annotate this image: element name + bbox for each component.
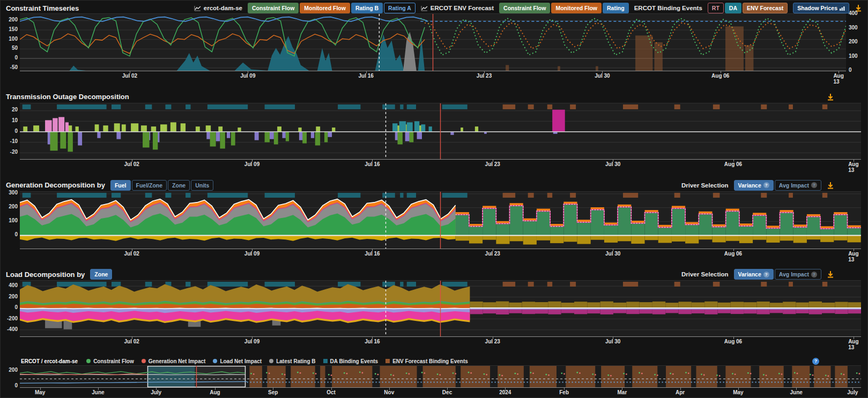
button-label: Variance xyxy=(738,271,761,277)
constraint-timeseries-chart[interactable] xyxy=(20,13,846,71)
button-label: Constraint Flow xyxy=(503,5,546,11)
y-tick-label: 200 xyxy=(9,294,18,300)
load-group-tabs: Zone xyxy=(90,269,112,280)
legend-item-da-binding-events[interactable]: DA Binding Events xyxy=(323,358,379,364)
series2-label: ERCOT ENV Forecast xyxy=(421,5,494,11)
y-tick-label: 200 xyxy=(9,17,18,23)
generation-decomposition-chart[interactable] xyxy=(20,191,861,249)
x-tick-label: Jul 30 xyxy=(595,73,610,79)
gen-by-fuel-button[interactable]: Fuel xyxy=(110,180,131,191)
da-events-button[interactable]: DA xyxy=(725,3,741,13)
env-rating-button[interactable]: Rating xyxy=(603,3,629,13)
legend-label: Load Net Impact xyxy=(220,358,262,364)
x-tick-label: Jul 23 xyxy=(485,251,500,257)
generation-y-axis: 3002001000 xyxy=(4,191,20,249)
x-tick-label: May xyxy=(35,389,45,395)
x-tick-label: Jul 23 xyxy=(485,161,500,167)
x-tick-label: 2024 xyxy=(499,389,511,395)
gen-driver-avg-impact-button[interactable]: Avg Impact? xyxy=(775,180,821,191)
y-tick-label: -200 xyxy=(7,316,18,322)
load-decomposition-chart[interactable] xyxy=(20,280,861,336)
x-tick-label: Aug 06 xyxy=(724,339,742,344)
line-chart-icon xyxy=(194,5,201,11)
gen-driver-variance-button[interactable]: Variance? xyxy=(734,180,774,191)
monitored-flow-button[interactable]: Monitored Flow xyxy=(300,3,350,13)
transmission-outage-chart[interactable] xyxy=(20,103,861,159)
x-tick-label: July xyxy=(151,389,161,395)
x-tick-label: May xyxy=(733,389,743,395)
rating-a-button[interactable]: Rating A xyxy=(384,3,416,13)
right-y-tick-label: 100 xyxy=(849,53,858,59)
y-tick-label: -50 xyxy=(10,64,18,71)
button-label: Variance xyxy=(738,182,761,189)
x-tick-label: June xyxy=(92,389,104,395)
x-tick-label: Aug 13 xyxy=(848,339,858,350)
overview-brush-chart[interactable] xyxy=(20,365,861,387)
y-tick-label: 50 xyxy=(12,45,18,51)
env-constraint-flow-button[interactable]: Constraint Flow xyxy=(499,3,550,13)
env-forecast-events-button[interactable]: ENV Forecast xyxy=(743,3,788,13)
x-tick-label: Feb xyxy=(559,389,569,395)
x-tick-label: Aug 06 xyxy=(711,73,729,79)
right-y-tick-label: 300 xyxy=(849,25,858,31)
button-label: Rating A xyxy=(388,5,411,11)
gen-by-fuel-zone-button[interactable]: Fuel/Zone xyxy=(132,180,167,191)
button-label: Avg Impact xyxy=(779,271,809,277)
help-icon: ? xyxy=(811,182,817,188)
legend-swatch xyxy=(323,359,328,363)
load-driver-variance-button[interactable]: Variance? xyxy=(734,269,774,280)
x-tick-label: Sep xyxy=(268,389,278,395)
series1-label: ercot-dam-se xyxy=(194,5,242,11)
driver-selection-label: Driver Selection xyxy=(681,271,729,277)
panel-constraint-timeseries: Constraint Timeseries ercot-dam-se Const… xyxy=(4,3,864,80)
generation-group-tabs: FuelFuel/ZoneZoneUnits xyxy=(110,180,214,191)
y-tick-label: -20 xyxy=(10,149,18,155)
x-tick-label: Jul 16 xyxy=(365,339,380,344)
load-by-zone-button[interactable]: Zone xyxy=(90,269,112,280)
x-tick-label: Jul 16 xyxy=(358,73,373,79)
legend-swatch xyxy=(269,359,273,363)
button-label: Fuel/Zone xyxy=(136,182,163,189)
download-icon[interactable] xyxy=(827,182,834,189)
section-title: Transmission Outage Decomposition xyxy=(6,93,129,101)
x-tick-label: Mar xyxy=(617,389,627,395)
transmission-outage-header: Transmission Outage Decomposition xyxy=(4,91,864,103)
x-tick-label: Jul 23 xyxy=(477,73,492,79)
gen-by-units-button[interactable]: Units xyxy=(191,180,213,191)
legend-item-env-forecast-binding-events[interactable]: ENV Forecast Binding Events xyxy=(385,358,468,364)
gen-by-zone-button[interactable]: Zone xyxy=(168,180,190,191)
right-y-tick-label: 0 xyxy=(849,67,852,73)
download-icon[interactable] xyxy=(827,271,834,278)
rt-events-button[interactable]: RT xyxy=(708,3,724,13)
help-icon: ? xyxy=(811,272,817,277)
y-tick-label: 20 xyxy=(12,107,18,113)
load-driver-avg-impact-button[interactable]: Avg Impact? xyxy=(775,269,821,280)
help-icon[interactable]: ? xyxy=(812,358,819,365)
button-label: Rating B xyxy=(355,5,379,11)
rating-b-button[interactable]: Rating B xyxy=(351,3,383,13)
outage-x-axis: Jul 02Jul 09Jul 16Jul 23Jul 30Aug 06Aug … xyxy=(20,159,861,168)
button-label: Zone xyxy=(172,182,186,189)
legend-item-constraint-flow[interactable]: Constraint Flow xyxy=(86,358,134,364)
series1-buttons: Constraint FlowMonitored FlowRating BRat… xyxy=(248,3,416,13)
x-tick-label: Jul 02 xyxy=(124,339,139,344)
page-title: Constraint Timeseries xyxy=(6,4,79,12)
legend-label: Constraint Flow xyxy=(93,358,134,364)
help-icon: ? xyxy=(763,182,769,188)
shadow-prices-button[interactable]: Shadow Prices xyxy=(793,3,849,13)
x-tick-label: Aug 13 xyxy=(848,251,858,262)
y-tick-label: 200 xyxy=(9,204,18,210)
y-tick-label: 0 xyxy=(14,231,18,238)
x-tick-label: Jul 30 xyxy=(605,339,620,344)
panel-load-decomposition: Load Decomposition by Zone Driver Select… xyxy=(4,268,864,346)
legend-item-load-net-impact[interactable]: Load Net Impact xyxy=(213,358,262,364)
legend-item-generation-net-impact[interactable]: Generation Net Impact xyxy=(142,358,206,364)
constraint-flow-button[interactable]: Constraint Flow xyxy=(248,3,299,13)
y-tick-label: 300 xyxy=(9,190,18,196)
x-tick-label: Jul 30 xyxy=(605,161,620,167)
env-monitored-flow-button[interactable]: Monitored Flow xyxy=(551,3,602,13)
button-label: Units xyxy=(195,182,209,189)
section-title: Generation Decomposition by xyxy=(6,181,105,189)
download-icon[interactable] xyxy=(827,93,834,101)
legend-item-latest-rating-b[interactable]: Latest Rating B xyxy=(269,358,315,364)
